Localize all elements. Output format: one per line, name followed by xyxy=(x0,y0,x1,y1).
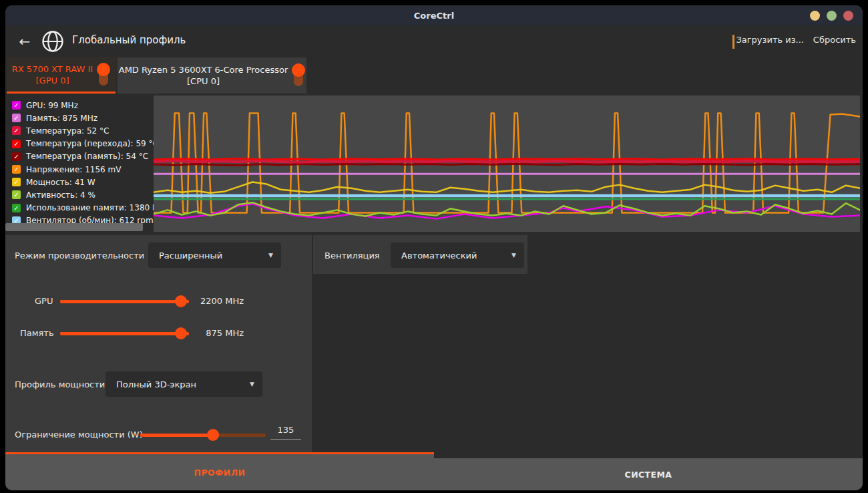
minimize-button[interactable] xyxy=(810,11,820,21)
sensor-item: ✓Мощность: 41 W xyxy=(12,176,154,188)
header-separator xyxy=(732,35,734,49)
gpu-controls-panel: Режим производительности Расширенный ▼ G… xyxy=(5,235,312,452)
sensor-label: Температура (память): 54 °C xyxy=(26,152,148,161)
load-from-button[interactable]: Загрузить из... xyxy=(736,35,804,45)
voltage-line xyxy=(154,114,860,213)
sensor-checkbox[interactable]: ✓ xyxy=(12,114,21,122)
memory-clock-label: Память xyxy=(20,328,54,338)
slider-handle[interactable] xyxy=(175,327,187,339)
sensor-item: ✓Напряжение: 1156 mV xyxy=(12,163,154,176)
window-controls xyxy=(810,5,853,25)
tab-profiles-label: ПРОФИЛИ xyxy=(194,468,246,478)
temp-junction-line xyxy=(154,158,860,159)
slider-handle[interactable] xyxy=(207,429,219,441)
fan-mode-select[interactable]: Автоматический ▼ xyxy=(391,242,524,268)
performance-mode-label: Режим производительности xyxy=(15,251,144,261)
reset-button[interactable]: Сбросить xyxy=(813,35,856,45)
sensor-label: Использование памяти: 1380 MB xyxy=(26,203,165,212)
power-limit-slider[interactable] xyxy=(140,434,266,437)
sensor-item: ✓Температура (перехода): 59 °C xyxy=(12,138,154,150)
globe-icon xyxy=(41,30,64,55)
tab-system-label: СИСТЕМА xyxy=(625,470,672,480)
device-pin-icon xyxy=(292,63,305,88)
sensor-checkbox[interactable]: ✓ xyxy=(12,126,21,135)
sensor-label: Мощность: 41 W xyxy=(26,178,95,187)
sensor-list: ✓GPU: 99 MHz✓Память: 875 MHz✓Температура… xyxy=(12,99,154,227)
performance-mode-value: Расширенный xyxy=(159,251,222,261)
app-window: CoreCtrl ← Глобальный профиль Загрузить … xyxy=(5,5,863,490)
fan-mode-value: Автоматический xyxy=(401,251,477,261)
profile-header: ← Глобальный профиль Загрузить из... Сбр… xyxy=(5,25,863,57)
temp-edge-line xyxy=(154,161,860,162)
sensor-checkbox[interactable]: ✓ xyxy=(12,140,21,148)
sensor-checkbox[interactable]: ✓ xyxy=(12,152,21,161)
device-tab-bar: RX 5700 XT RAW II [GPU 0] AMD Ryzen 5 36… xyxy=(5,57,863,94)
tab-system[interactable]: СИСТЕМА xyxy=(434,452,863,490)
tab-gpu-label: RX 5700 XT RAW II [GPU 0] xyxy=(12,63,93,86)
chevron-down-icon: ▼ xyxy=(511,252,516,259)
sensor-label: Температура (перехода): 59 °C xyxy=(26,139,158,148)
memory-clock-value: 875 MHz xyxy=(197,328,244,338)
back-button[interactable]: ← xyxy=(16,32,33,51)
sensor-label: Напряжение: 1156 mV xyxy=(26,165,121,174)
gpu-clock-label: GPU xyxy=(35,296,53,306)
sensor-label: Память: 875 MHz xyxy=(26,114,97,123)
sensor-item: ✓Использование памяти: 1380 MB xyxy=(12,202,154,214)
sensor-label: Активность: 4 % xyxy=(26,190,95,200)
power-profile-value: Полный 3D-экран xyxy=(116,379,196,389)
titlebar: CoreCtrl xyxy=(5,5,863,25)
sensor-label: Температура: 52 °C xyxy=(26,126,109,136)
close-button[interactable] xyxy=(843,11,853,21)
sensor-checkbox[interactable]: ✓ xyxy=(12,190,21,199)
sensor-item: ✓Температура (память): 54 °C xyxy=(12,150,154,163)
bottom-tab-bar: ПРОФИЛИ СИСТЕМА xyxy=(5,452,863,490)
back-arrow-icon: ← xyxy=(19,33,31,49)
power-limit-value[interactable]: 135 xyxy=(270,425,301,440)
temp-memory-line xyxy=(154,164,860,165)
tab-profiles[interactable]: ПРОФИЛИ xyxy=(5,452,434,490)
sensor-item: ✓Активность: 4 % xyxy=(12,188,154,201)
performance-mode-select[interactable]: Расширенный ▼ xyxy=(148,242,281,268)
tab-cpu[interactable]: AMD Ryzen 5 3600XT 6-Core Processor [CPU… xyxy=(118,57,306,94)
monitor-chart-area xyxy=(154,96,860,232)
sensor-checkbox[interactable]: ✓ xyxy=(12,101,21,110)
sensor-label: GPU: 99 MHz xyxy=(26,101,78,110)
slider-handle[interactable] xyxy=(175,295,187,307)
controls-section: Режим производительности Расширенный ▼ G… xyxy=(5,232,863,452)
tab-cpu-label: AMD Ryzen 5 3600XT 6-Core Processor [CPU… xyxy=(119,64,288,87)
sensor-checkbox[interactable]: ✓ xyxy=(12,178,21,186)
device-pin-icon xyxy=(97,63,110,87)
sensor-item: ✓GPU: 99 MHz xyxy=(12,99,154,112)
power-profile-label: Профиль мощности xyxy=(15,379,105,389)
fan-mode-label: Вентиляция xyxy=(324,251,380,261)
chevron-down-icon: ▼ xyxy=(268,252,273,259)
sensor-checkbox[interactable]: ✓ xyxy=(12,204,21,212)
monitor-chart xyxy=(154,96,860,232)
power-limit-label: Ограничение мощности (W) xyxy=(15,430,143,440)
chevron-down-icon: ▼ xyxy=(250,381,254,387)
monitor-section: ✓GPU: 99 MHz✓Память: 875 MHz✓Температура… xyxy=(5,94,863,232)
fan-controls-panel: Вентиляция Автоматический ▼ xyxy=(313,235,527,274)
power-profile-select[interactable]: Полный 3D-экран ▼ xyxy=(105,371,262,397)
gpu-clock-slider[interactable] xyxy=(60,300,189,303)
sensor-list-scrollbar[interactable] xyxy=(5,223,143,231)
maximize-button[interactable] xyxy=(827,11,837,21)
tab-gpu[interactable]: RX 5700 XT RAW II [GPU 0] xyxy=(7,57,116,94)
sensor-item: ✓Память: 875 MHz xyxy=(12,112,154,124)
sensor-item: ✓Температура: 52 °C xyxy=(12,124,154,137)
sensor-checkbox[interactable]: ✓ xyxy=(12,165,21,174)
window-title: CoreCtrl xyxy=(414,11,454,21)
page-title: Глобальный профиль xyxy=(72,34,186,46)
gpu-clock-value: 2200 MHz xyxy=(197,296,244,306)
memory-clock-slider[interactable] xyxy=(60,332,189,335)
